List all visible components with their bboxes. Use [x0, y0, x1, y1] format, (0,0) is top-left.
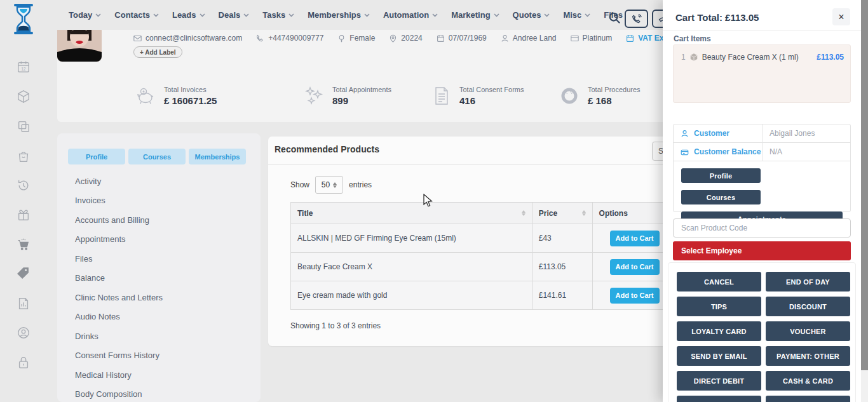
chevron-down-icon	[494, 13, 499, 17]
phone-call-button[interactable]	[625, 10, 648, 28]
nav-memberships[interactable]: Memberships	[308, 10, 370, 20]
tips-button[interactable]: TIPS	[677, 297, 761, 316]
chevron-down-icon	[153, 13, 159, 17]
profile-side-panel: Profile Courses Memberships Activity Inv…	[57, 133, 261, 402]
calendar-icon[interactable]: 12	[17, 60, 31, 74]
sidemenu-body-composition[interactable]: Body Composition	[75, 389, 142, 402]
direct-debit-button[interactable]: DIRECT DEBIT	[677, 371, 761, 391]
nav-leads[interactable]: Leads	[172, 10, 205, 20]
loyalty-card-button[interactable]: LOYALTY CARD	[677, 321, 761, 341]
table-row: Eye cream made with gold £141.61 Add to …	[291, 281, 711, 310]
add-to-cart-button[interactable]: Add to Cart	[610, 288, 660, 304]
nav-marketing[interactable]: Marketing	[451, 10, 499, 20]
sidemenu-files[interactable]: Files	[75, 254, 92, 267]
product-price: £43	[539, 234, 552, 243]
shopping-bag-icon[interactable]	[17, 149, 31, 163]
nav-tasks[interactable]: Tasks	[262, 10, 294, 20]
column-title[interactable]: Title	[291, 203, 532, 224]
sidemenu-invoices[interactable]: Invoices	[75, 196, 105, 208]
donut-chart-icon	[559, 86, 580, 106]
package-icon	[689, 53, 698, 62]
cube-icon[interactable]	[17, 90, 31, 104]
action-button-partial[interactable]	[677, 396, 761, 402]
phone-icon	[256, 34, 264, 43]
sidemenu-activity[interactable]: Activity	[75, 177, 101, 189]
products-card-title: Recommended Products	[275, 144, 379, 154]
add-label-button[interactable]: + Add Label	[133, 46, 182, 58]
table-row: Beauty Face Cream X £113.05 Add to Cart	[291, 253, 711, 281]
customer-balance-row[interactable]: Customer Balance N/A	[674, 143, 850, 161]
customer-value: Abigail Jones	[763, 124, 850, 142]
discount-button[interactable]: DISCOUNT	[766, 297, 850, 316]
copy-icon[interactable]	[17, 119, 31, 133]
nav-contacts[interactable]: Contacts	[114, 10, 159, 20]
column-price[interactable]: Price	[532, 203, 593, 224]
nav-misc[interactable]: Misc	[563, 10, 590, 20]
chevron-down-icon	[585, 13, 590, 17]
sidemenu-clinic-notes[interactable]: Clinic Notes and Letters	[75, 293, 163, 305]
stat-total-consent-forms: Total Consent Forms416	[431, 86, 524, 106]
sidemenu-accounts-billing[interactable]: Accounts and Billing	[75, 215, 149, 228]
tag-icon[interactable]	[17, 267, 31, 281]
gift-icon[interactable]	[17, 208, 31, 222]
sidemenu-audio-notes[interactable]: Audio Notes	[75, 312, 120, 325]
chevron-down-icon	[364, 13, 370, 17]
stepper-icon	[333, 182, 337, 188]
send-by-email-button[interactable]: SEND BY EMAIL	[677, 346, 761, 366]
cancel-button[interactable]: CANCEL	[677, 272, 761, 291]
close-icon[interactable]: ×	[832, 8, 850, 25]
lock-icon[interactable]	[17, 356, 31, 370]
pin-icon	[389, 34, 397, 43]
end-of-day-button[interactable]: END OF DAY	[766, 272, 850, 291]
report-icon[interactable]	[17, 297, 31, 311]
stat-total-appointments: Total Appointments899	[304, 86, 391, 106]
cart-item[interactable]: 1 Beauty Face Cream X (1 ml) £113.05	[673, 44, 851, 103]
customer-row[interactable]: Customer Abigail Jones	[674, 124, 850, 143]
product-title: Beauty Face Cream X	[297, 262, 372, 271]
add-to-cart-button[interactable]: Add to Cart	[610, 259, 660, 275]
vat-calendar-icon	[626, 34, 634, 43]
cash-and-card-button[interactable]: CASH & CARD	[766, 371, 850, 391]
table-info-text: Showing 1 to 3 of 3 entries	[290, 321, 381, 330]
contact-email[interactable]: connect@clinicsoftware.com	[133, 34, 242, 43]
chevron-down-icon	[200, 13, 205, 17]
sidemenu-consent-forms-history[interactable]: Consent Forms History	[75, 351, 159, 363]
payment-other-button[interactable]: PAYMENT: OTHER	[766, 346, 850, 366]
avatar[interactable]	[57, 25, 102, 62]
contact-postcode: 20224	[389, 34, 422, 43]
chevron-down-icon	[288, 13, 294, 17]
tab-profile[interactable]: Profile	[68, 149, 125, 164]
person-small-icon	[501, 34, 509, 43]
sidemenu-drinks[interactable]: Drinks	[75, 332, 98, 344]
nav-automation[interactable]: Automation	[383, 10, 438, 20]
voucher-button[interactable]: VOUCHER	[766, 321, 850, 341]
divider	[268, 164, 713, 165]
account-icon[interactable]	[17, 326, 31, 340]
person-icon	[681, 130, 689, 138]
select-employee-button[interactable]: Select Employee	[673, 241, 851, 260]
cart-profile-button[interactable]: Profile	[681, 168, 761, 183]
scrollbar-thumb[interactable]	[861, 0, 868, 370]
nav-quotes[interactable]: Quotes	[513, 10, 550, 20]
search-icon[interactable]	[608, 11, 621, 24]
scan-product-code-input[interactable]	[673, 218, 851, 238]
page-size-select[interactable]: 50	[315, 176, 343, 194]
history-icon[interactable]	[17, 178, 31, 192]
phone-ring-icon	[632, 14, 642, 24]
sidemenu-medical-history[interactable]: Medical History	[75, 370, 132, 383]
cart-icon[interactable]	[17, 238, 31, 251]
app-logo[interactable]	[10, 3, 37, 35]
sidemenu-appointments[interactable]: Appointments	[75, 234, 126, 247]
add-to-cart-button[interactable]: Add to Cart	[610, 231, 660, 246]
sidemenu-balance[interactable]: Balance	[75, 273, 105, 286]
contact-phone[interactable]: +447490009777	[256, 34, 323, 43]
tab-memberships[interactable]: Memberships	[189, 149, 246, 164]
product-title: Eye cream made with gold	[297, 291, 387, 300]
contact-info-row: connect@clinicsoftware.com +447490009777…	[133, 33, 719, 43]
nav-today[interactable]: Today	[69, 10, 101, 20]
cart-courses-button[interactable]: Courses	[681, 190, 761, 204]
page-scrollbar[interactable]	[861, 0, 868, 402]
action-button-partial[interactable]	[766, 396, 850, 402]
nav-deals[interactable]: Deals	[219, 10, 250, 20]
tab-courses[interactable]: Courses	[128, 149, 186, 164]
